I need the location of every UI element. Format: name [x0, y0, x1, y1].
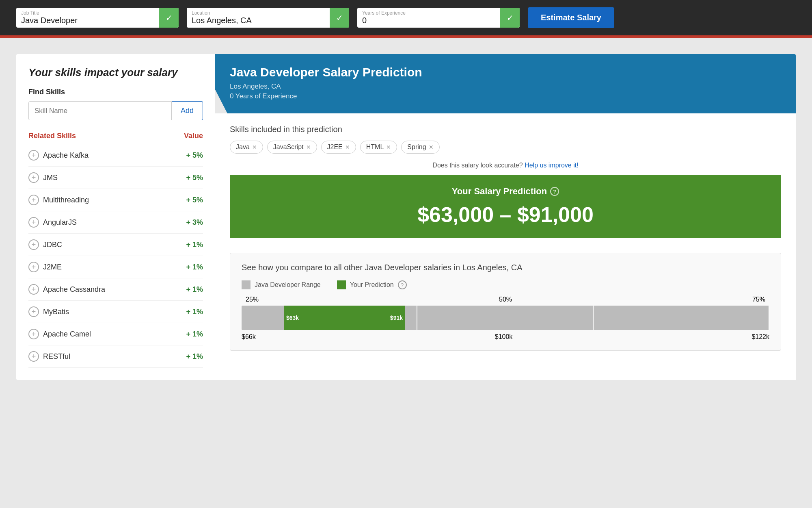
skill-item-left: + JDBC — [28, 239, 62, 250]
skill-name-input[interactable] — [28, 101, 172, 120]
chart-tick-25: 25% — [246, 296, 259, 303]
job-title-input[interactable] — [21, 16, 154, 25]
left-panel: Your skills impact your salary Find Skil… — [16, 54, 215, 380]
skill-value: + 1% — [186, 308, 203, 316]
prediction-location: Los Angeles, CA — [230, 82, 781, 91]
skill-list-item: + AngularJS + 3% — [28, 211, 203, 234]
experience-label: Years of Experience — [362, 10, 495, 16]
skill-value: + 1% — [186, 241, 203, 249]
add-skill-icon[interactable]: + — [28, 239, 39, 250]
skill-name: JMS — [43, 174, 58, 182]
add-skill-icon[interactable]: + — [28, 217, 39, 228]
compare-section: See how you compare to all other Java De… — [230, 253, 781, 351]
skill-tag: Java✕ — [230, 141, 263, 154]
job-title-label: Job Title — [21, 10, 154, 16]
find-skills-label: Find Skills — [28, 88, 203, 96]
skill-list-item: + MyBatis + 1% — [28, 301, 203, 323]
add-skill-icon[interactable]: + — [28, 284, 39, 295]
red-accent-bar — [0, 35, 812, 38]
chart-ticks: 25% 50% 75% — [242, 296, 769, 303]
skill-name: AngularJS — [43, 218, 77, 227]
related-skills-header: Related Skills — [28, 132, 76, 140]
skill-item-left: + J2ME — [28, 262, 62, 272]
skill-list-item: + RESTful + 1% — [28, 345, 203, 368]
chart-bar-container: $63k $91k — [242, 306, 769, 330]
salary-info-icon[interactable]: ? — [550, 187, 559, 196]
salary-prediction-label: Your Salary Prediction ? — [241, 186, 770, 197]
chart-values: $66k $100k $122k — [242, 333, 769, 341]
skill-value: + 5% — [186, 196, 203, 204]
chart-green-bar: $63k $91k — [284, 306, 405, 330]
add-skill-button[interactable]: Add — [172, 101, 203, 120]
skill-item-left: + Apache Cassandra — [28, 284, 105, 295]
skill-name: Apache Cassandra — [43, 285, 105, 294]
main-content: Your skills impact your salary Find Skil… — [16, 54, 796, 380]
skill-tag-label: Spring — [407, 143, 426, 151]
experience-input-group: Years of Experience ✓ — [357, 8, 520, 28]
add-skill-icon[interactable]: + — [28, 329, 39, 339]
legend-range-item: Java Developer Range — [242, 280, 321, 289]
skill-value: + 1% — [186, 263, 203, 271]
location-input[interactable] — [192, 16, 325, 25]
remove-skill-tag[interactable]: ✕ — [429, 144, 434, 150]
skill-list-item: + Multithreading + 5% — [28, 189, 203, 211]
add-skill-icon[interactable]: + — [28, 172, 39, 183]
chart-tick-50: 50% — [499, 296, 512, 303]
legend-prediction-item: Your Prediction ? — [337, 280, 407, 289]
skills-included-title: Skills included in this prediction — [230, 125, 781, 134]
skill-item-left: + AngularJS — [28, 217, 77, 228]
skill-value: + 3% — [186, 218, 203, 227]
skill-value: + 5% — [186, 151, 203, 160]
skill-list-item: + JDBC + 1% — [28, 234, 203, 256]
prediction-title: Java Developer Salary Prediction — [230, 65, 781, 79]
add-skill-icon[interactable]: + — [28, 351, 39, 362]
location-checkmark: ✓ — [330, 8, 349, 28]
legend-prediction-label: Your Prediction — [350, 281, 394, 289]
skill-value: + 1% — [186, 352, 203, 361]
remove-skill-tag[interactable]: ✕ — [386, 144, 391, 150]
value-header: Value — [184, 132, 203, 140]
header-bar: Job Title ✓ Location ✓ Years of Experien… — [0, 0, 812, 35]
skill-list-item: + Apache Cassandra + 1% — [28, 278, 203, 301]
legend-swatch-green — [337, 280, 346, 289]
add-skill-icon[interactable]: + — [28, 150, 39, 161]
skill-value: + 1% — [186, 285, 203, 294]
estimate-salary-button[interactable]: Estimate Salary — [528, 7, 614, 28]
improve-link[interactable]: Help us improve it! — [525, 162, 579, 169]
skill-tag-label: JavaScript — [273, 143, 304, 151]
skill-tag: Spring✕ — [401, 141, 439, 154]
salary-range: $63,000 – $91,000 — [241, 202, 770, 227]
skill-list-item: + Apache Camel + 1% — [28, 323, 203, 345]
chart-bar-label-left: $63k — [286, 315, 299, 321]
add-skill-icon[interactable]: + — [28, 195, 39, 205]
add-skill-icon[interactable]: + — [28, 262, 39, 272]
experience-input[interactable] — [362, 16, 495, 25]
skill-item-left: + Multithreading — [28, 195, 89, 205]
location-input-group: Location ✓ — [187, 8, 349, 28]
skill-tag-label: J2EE — [327, 143, 343, 151]
skill-value: + 1% — [186, 330, 203, 339]
skill-item-left: + Apache Kafka — [28, 150, 89, 161]
skill-item-left: + JMS — [28, 172, 58, 183]
chart-value-66k: $66k — [242, 333, 256, 341]
legend-swatch-gray — [242, 280, 251, 289]
skills-list: + Apache Kafka + 5% + JMS + 5% + Multith… — [28, 144, 203, 368]
skill-item-left: + MyBatis — [28, 306, 69, 317]
remove-skill-tag[interactable]: ✕ — [306, 144, 311, 150]
add-skill-icon[interactable]: + — [28, 306, 39, 317]
prediction-info-icon[interactable]: ? — [398, 280, 407, 289]
skill-tag: HTML✕ — [360, 141, 397, 154]
skill-tag-label: HTML — [366, 143, 384, 151]
job-title-checkmark: ✓ — [159, 8, 179, 28]
skill-list-item: + Apache Kafka + 5% — [28, 144, 203, 167]
skill-tag-label: Java — [236, 143, 250, 151]
chart-tick-75: 75% — [752, 296, 765, 303]
chart-divider-2 — [417, 306, 593, 330]
chart-value-122k: $122k — [752, 333, 769, 341]
remove-skill-tag[interactable]: ✕ — [345, 144, 350, 150]
skill-list-item: + JMS + 5% — [28, 167, 203, 189]
legend-range-label: Java Developer Range — [255, 281, 321, 289]
skill-list-item: + J2ME + 1% — [28, 256, 203, 278]
remove-skill-tag[interactable]: ✕ — [252, 144, 257, 150]
skill-name: Apache Camel — [43, 330, 91, 339]
